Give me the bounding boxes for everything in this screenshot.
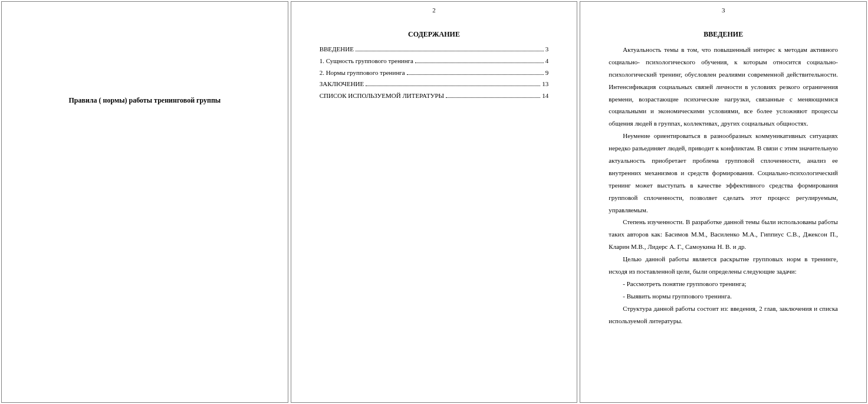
toc-label: 1. Сущность группового тренинга: [320, 55, 413, 67]
document-workspace: Правила ( нормы) работы тренинговой груп…: [0, 0, 868, 404]
toc-leader-dots: [415, 58, 544, 63]
toc-page-number: 13: [542, 78, 548, 90]
toc-leader-dots: [356, 46, 544, 51]
toc-row: СПИСОК ИСПОЛЬЗУЕМОЙ ЛИТЕРАТУРЫ 14: [320, 90, 549, 102]
list-item: - Выявить нормы группового тренинга.: [609, 290, 838, 303]
toc-label: 2. Нормы группового тренинга: [320, 67, 405, 79]
toc-row: 1. Сущность группового тренинга 4: [320, 55, 549, 67]
page-3: 3 ВВЕДЕНИЕ Актуальность темы в том, что …: [580, 1, 867, 403]
toc-leader-dots: [446, 93, 540, 98]
toc-label: ЗАКЛЮЧЕНИЕ: [320, 78, 364, 90]
intro-body: Актуальность темы в том, что повышенный …: [609, 44, 838, 327]
toc-page-number: 3: [545, 44, 549, 55]
toc-leader-dots: [366, 81, 540, 86]
paragraph: Целью данной работы является раскрытие г…: [609, 253, 838, 278]
toc-heading: СОДЕРЖАНИЕ: [320, 30, 549, 39]
toc-page-number: 4: [545, 55, 549, 67]
toc-row: 2. Нормы группового тренинга 9: [320, 67, 549, 79]
toc-page-number: 9: [545, 67, 549, 79]
toc-row: ВВЕДЕНИЕ 3: [320, 44, 549, 55]
toc-page-number: 14: [542, 90, 548, 102]
page-1: Правила ( нормы) работы тренинговой груп…: [1, 1, 288, 403]
table-of-contents: ВВЕДЕНИЕ 3 1. Сущность группового тренин…: [320, 44, 549, 102]
paragraph: Неумение ориентироваться в разнообразных…: [609, 130, 838, 216]
page-2: 2 СОДЕРЖАНИЕ ВВЕДЕНИЕ 3 1. Сущность груп…: [291, 1, 578, 403]
paragraph: Структура данной работы состоит из: введ…: [609, 303, 838, 327]
list-item: - Рассмотреть понятие группового тренинг…: [609, 278, 838, 290]
paragraph: Актуальность темы в том, что повышенный …: [609, 44, 838, 130]
toc-row: ЗАКЛЮЧЕНИЕ 13: [320, 78, 549, 90]
page-number: 2: [291, 6, 577, 14]
paragraph: Степень изученности. В разработке данной…: [609, 216, 838, 253]
title-page-text: Правила ( нормы) работы тренинговой груп…: [2, 96, 288, 105]
intro-heading: ВВЕДЕНИЕ: [609, 30, 838, 39]
toc-label: ВВЕДЕНИЕ: [320, 44, 354, 55]
page-number: 3: [580, 6, 866, 14]
toc-leader-dots: [407, 69, 544, 74]
toc-label: СПИСОК ИСПОЛЬЗУЕМОЙ ЛИТЕРАТУРЫ: [320, 90, 444, 102]
